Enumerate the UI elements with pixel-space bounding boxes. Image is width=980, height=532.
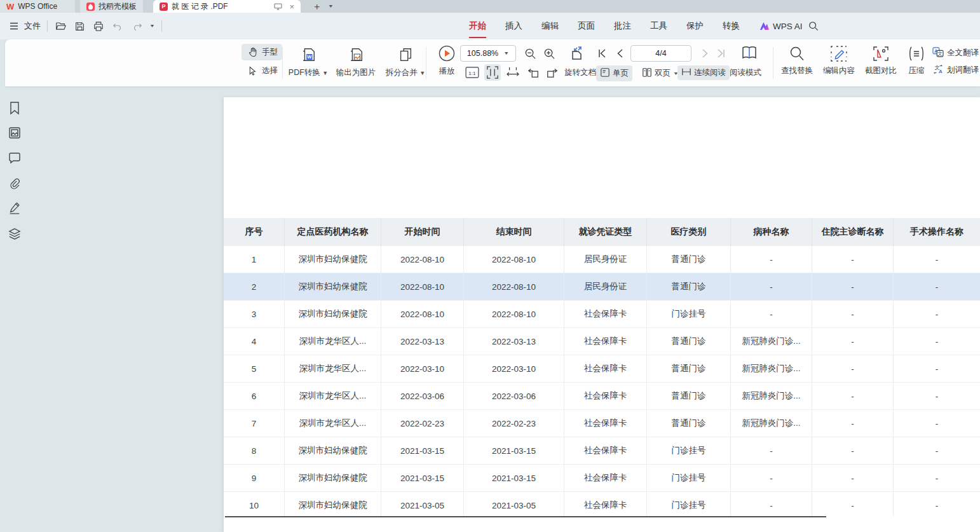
file-menu[interactable]: 文件 [24,20,41,32]
table-row[interactable]: 8深圳市妇幼保健院2021-03-152021-03-15社会保障卡门诊挂号--… [224,437,980,465]
table-cell: 普通门诊 [647,246,731,273]
search-icon[interactable] [807,20,820,32]
table-row[interactable]: 4深圳市龙华区人...2022-03-132022-03-13社会保障卡普通门诊… [224,328,980,355]
table-row[interactable]: 3深圳市妇幼保健院2022-08-102022-08-10社会保障卡门诊挂号--… [224,301,980,328]
hamburger-icon[interactable] [8,20,20,32]
menu-insert[interactable]: 插入 [505,20,522,32]
table-row[interactable]: 10深圳市妇幼保健院2021-03-052021-03-05社会保障卡门诊挂号-… [224,492,980,516]
table-cell: 居民身份证 [564,246,647,273]
fit-width-icon[interactable] [505,65,521,80]
table-cell: - [812,328,894,355]
page-number-input[interactable]: 4/4 [630,45,691,62]
menu-tools[interactable]: 工具 [650,20,667,32]
chevron-down-icon[interactable]: ▼ [149,24,155,29]
fit-page-icon[interactable] [484,64,501,81]
attachment-icon[interactable] [8,177,22,191]
table-cell: 普通门诊 [647,355,731,382]
single-page-button[interactable]: 单页 [596,65,632,81]
tab-docer-templates[interactable]: 找稻壳模板 [80,0,143,13]
menu-protect[interactable]: 保护 [686,20,704,32]
redo-icon[interactable] [130,20,143,32]
menu-convert[interactable]: 转换 [723,20,740,32]
hand-icon [246,46,259,58]
table-cell: - [812,301,894,327]
table-row[interactable]: 9深圳市妇幼保健院2021-03-152021-03-15社会保障卡门诊挂号--… [224,465,980,492]
table-cell: 门诊挂号 [647,437,731,464]
rotate-document-button[interactable]: 旋转文档 [564,67,596,78]
table-cell: 深圳市妇幼保健院 [285,246,381,273]
chevron-down-icon[interactable]: ▼ [328,4,334,9]
table-cell: - [894,410,980,437]
compress-button[interactable]: 压缩 [902,46,930,76]
signature-icon[interactable] [8,202,22,216]
menu-comment[interactable]: 批注 [614,20,631,32]
rotate-right-icon[interactable] [544,65,561,80]
rotate-left-icon[interactable] [525,65,541,80]
split-merge-button[interactable]: 拆分合并 ▼ [381,46,430,78]
last-page-icon[interactable] [714,46,728,61]
save-icon[interactable] [73,20,86,32]
table-cell: - [894,355,980,382]
hand-tool-button[interactable]: 手型 [242,44,282,60]
tab-wps-office[interactable]: W WPS Office [0,0,75,13]
menu-home[interactable]: 开始 [469,20,486,32]
prev-page-icon[interactable] [613,46,627,61]
undo-icon[interactable] [111,20,124,32]
comment-icon[interactable] [8,152,22,166]
zoom-out-icon[interactable] [522,46,538,61]
find-replace-button[interactable]: 查找替换 [777,46,817,76]
table-cell: 社会保障卡 [564,355,647,382]
next-page-icon[interactable] [698,46,712,61]
word-translate-button[interactable]: 文A 划词翻译 ▼ [928,62,980,78]
print-icon[interactable] [92,20,105,32]
table-cell: 2022-03-10 [464,355,564,382]
first-page-icon[interactable] [595,46,609,61]
pdf-convert-button[interactable]: W PDF转换 ▼ [286,46,330,78]
read-mode-book-icon[interactable] [740,44,759,62]
table-row[interactable]: 7深圳市龙华区人...2022-02-232022-02-23社会保障卡普通门诊… [224,410,980,437]
read-mode-button[interactable]: 阅读模式 [730,67,761,78]
menu-bar: 文件 ▼ 开始 插入 编辑 页面 批注 [0,13,980,39]
table-cell: 深圳市龙华区人... [285,410,381,437]
add-tab-icon[interactable]: ＋ [312,1,322,13]
table-cell: 居民身份证 [564,273,647,300]
wps-ai-logo [760,22,769,30]
medical-records-table: 序号定点医药机构名称开始时间结束时间就诊凭证类型医疗类别病种名称住院主诊断名称手… [224,218,980,516]
table-row[interactable]: 6深圳市龙华区人...2022-03-062022-03-06社会保障卡普通门诊… [224,383,980,410]
zoom-level-input[interactable]: 105.88%▼ [460,45,516,62]
column-header: 结束时间 [464,218,564,246]
double-page-button[interactable]: 双页 ▼ [638,65,683,81]
play-button[interactable]: 播放 [432,44,461,77]
svg-text:W: W [307,55,311,60]
table-row[interactable]: 2深圳市妇幼保健院2022-08-102022-08-10居民身份证普通门诊--… [224,273,980,301]
screenshot-compare-icon [873,46,889,64]
select-tool-button[interactable]: 选择 [242,62,282,79]
table-row[interactable]: 5深圳市龙华区人...2022-03-102022-03-10社会保障卡普通门诊… [224,355,980,383]
swap-pages-icon[interactable] [568,44,587,62]
full-translate-button[interactable]: A文 全文翻译 [928,45,980,61]
bookmark-icon[interactable] [8,101,22,115]
export-image-button[interactable]: 输出为图片 [332,46,380,78]
screenshot-compare-button[interactable]: 截图对比 [861,46,901,76]
monitor-icon[interactable] [271,0,284,13]
tab-document-pdf[interactable]: P 就 医 记 录 .PDF × [153,0,301,13]
continuous-read-button[interactable]: 连续阅读 [677,65,730,80]
one-to-one-icon[interactable]: 1:1 [464,65,480,80]
table-cell: - [731,465,812,491]
open-folder-icon[interactable] [54,20,67,32]
thumbnail-icon[interactable] [8,126,22,140]
close-icon[interactable]: × [289,2,294,11]
wps-logo: W [6,2,14,11]
menu-page[interactable]: 页面 [578,20,595,32]
layers-icon[interactable] [8,228,22,242]
edit-content-button[interactable]: 编辑内容 [819,46,859,76]
zoom-in-icon[interactable] [541,46,557,61]
table-cell: 2022-02-23 [381,410,464,437]
table-cell: 门诊挂号 [647,492,731,516]
table-cell: 2022-08-10 [381,301,464,327]
menu-edit[interactable]: 编辑 [541,20,559,32]
table-row[interactable]: 1深圳市妇幼保健院2022-08-102022-08-10居民身份证普通门诊--… [224,246,980,273]
pdf-file-icon: P [160,3,168,11]
export-image-icon [348,46,364,65]
wps-ai-button[interactable]: WPS AI [760,13,803,39]
